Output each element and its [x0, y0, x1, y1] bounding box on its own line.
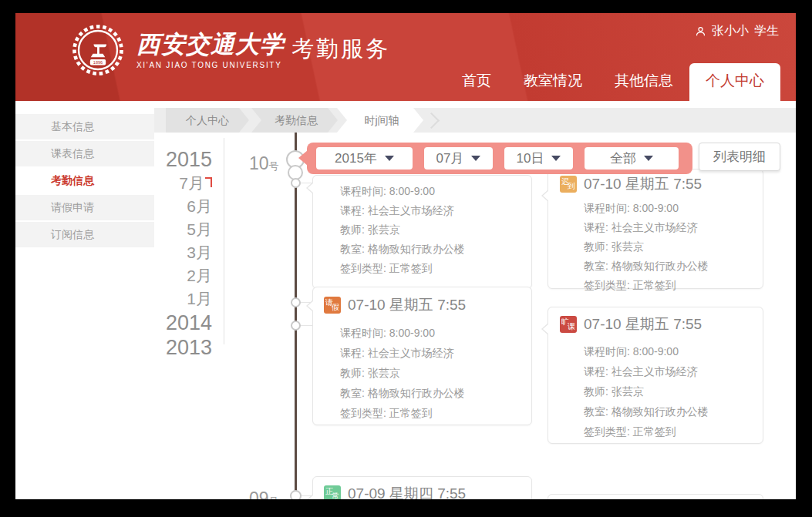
partial-card	[548, 494, 763, 499]
attendance-card: 迟 到 07-10 星期五 7:55 课程时间: 8:00-9:00 课程: 社…	[548, 169, 763, 289]
card-field: 教师: 张芸京	[340, 220, 531, 240]
card-field: 课程: 社会主义市场经济	[584, 361, 763, 381]
sidebar-item-basic-info[interactable]: 基本信息	[15, 114, 154, 139]
card-header: 请 假 07-10 星期五 7:55	[313, 287, 531, 315]
user-info[interactable]: 张小小 学生	[695, 23, 779, 39]
card-fields: 课程时间: 8:00-9:00 课程: 社会主义市场经济 教师: 张芸京 教室:…	[548, 194, 763, 295]
card-field: 签到类型: 正常签到	[340, 259, 531, 278]
card-fields: 课程时间: 8:00-9:00 课程: 社会主义市场经济 教师: 张芸京 教室:…	[313, 315, 531, 423]
card-field: 课程时间: 8:00-9:00	[340, 323, 531, 343]
card-field: 课程: 社会主义市场经济	[340, 201, 531, 220]
card-field: 教室: 格物致知行政办公楼	[340, 383, 531, 403]
month-filter-dropdown[interactable]: 07月	[424, 147, 493, 170]
card-field: 教师: 张芸京	[584, 237, 763, 257]
timeline-dot[interactable]	[291, 297, 301, 307]
card-field: 教室: 格物致知行政办公楼	[584, 401, 763, 421]
breadcrumb: 个人中心 考勤信息 时j间轴	[154, 108, 796, 133]
connector-line	[299, 325, 313, 326]
logo-year-badge: 1896	[93, 60, 103, 65]
card-field: 签到类型: 正常签到	[584, 276, 763, 295]
university-gear-icon: 1896	[69, 22, 126, 79]
month-nav-item-jul[interactable]: 7月	[131, 172, 212, 195]
timeline-dot[interactable]	[290, 490, 302, 499]
month-nav-item-2014[interactable]: 2014	[131, 311, 212, 335]
list-detail-button[interactable]: 列表明细	[699, 143, 780, 171]
attendance-card: 请 假 07-10 星期五 7:55 课程时间: 8:00-9:00 课程: 社…	[312, 287, 532, 425]
current-month-marker	[205, 177, 212, 187]
leave-badge: 请 假	[324, 297, 341, 314]
day-label-10: 10号	[249, 153, 279, 174]
day-filter-dropdown[interactable]: 10日	[504, 147, 573, 170]
card-field: 课程时间: 8:00-9:00	[584, 199, 763, 218]
card-header: 旷 课 07-10 星期五 7:55	[548, 307, 763, 334]
card-fields: 课程时间: 8:00-9:00 课程: 社会主义市场经济 教师: 张芸京 教室:…	[313, 176, 531, 278]
month-nav-item-feb[interactable]: 2月	[131, 264, 212, 287]
card-field: 课程时间: 8:00-9:00	[584, 341, 763, 361]
month-nav-item-mar[interactable]: 3月	[131, 241, 212, 264]
breadcrumb-item-personal-center[interactable]: 个人中心	[166, 108, 249, 133]
nav-item-home[interactable]: 首页	[446, 63, 507, 101]
nav-item-classrooms[interactable]: 教室情况	[507, 63, 598, 101]
user-icon	[695, 25, 706, 37]
app-title: 考勤服务	[291, 34, 390, 65]
main-nav: 首页 教室情况 其他信息 个人中心	[446, 63, 780, 101]
attendance-card: 旷 课 07-10 星期五 7:55 课程时间: 8:00-9:00 课程: 社…	[548, 307, 763, 444]
card-field: 签到类型: 正常签到	[584, 421, 763, 441]
card-field: 教师: 张芸京	[584, 381, 763, 401]
app-window: 1896 西安交通大学 XI'AN JIAO TONG UNIVERSITY 考…	[15, 13, 796, 499]
year-filter-dropdown[interactable]: 2015年	[316, 147, 413, 170]
nav-item-personal-center[interactable]: 个人中心	[689, 63, 780, 101]
chevron-down-icon	[644, 156, 653, 161]
card-header: 正 常 07-09 星期四 7:55	[313, 477, 531, 499]
absent-badge: 旷 课	[560, 316, 577, 333]
chevron-down-icon	[385, 156, 394, 161]
breadcrumb-item-timeline[interactable]: 时j间轴	[337, 108, 423, 133]
late-badge: 迟 到	[560, 176, 577, 193]
card-field: 教室: 格物致知行政办公楼	[584, 257, 763, 276]
month-nav-divider	[224, 138, 224, 344]
type-filter-dropdown[interactable]: 全部	[585, 147, 679, 170]
user-name: 张小小	[712, 23, 749, 39]
filter-bar: 2015年 07月 10日 全部	[307, 143, 692, 174]
card-field: 课程: 社会主义市场经济	[584, 218, 763, 237]
attendance-card: 正 常 07-09 星期四 7:55	[312, 476, 532, 499]
university-name-en: XI'AN JIAO TONG UNIVERSITY	[136, 61, 285, 69]
timeline-dot[interactable]	[291, 321, 301, 331]
card-field: 课程: 社会主义市场经济	[340, 343, 531, 363]
normal-badge: 正 常	[324, 485, 341, 499]
university-name: 西安交通大学	[136, 31, 285, 59]
month-nav-item-may[interactable]: 5月	[131, 218, 212, 241]
attendance-header: 1896 西安交通大学 XI'AN JIAO TONG UNIVERSITY 考…	[15, 13, 796, 101]
card-title: 07-09 星期四 7:55	[348, 484, 466, 499]
card-field: 签到类型: 正常签到	[340, 403, 531, 423]
nav-item-other-info[interactable]: 其他信息	[598, 63, 689, 101]
card-fields: 课程时间: 8:00-9:00 课程: 社会主义市场经济 教师: 张芸京 教室:…	[548, 334, 763, 441]
card-field: 课程时间: 8:00-9:00	[340, 182, 531, 201]
month-nav-item-2015[interactable]: 2015	[131, 147, 212, 172]
breadcrumb-chevron-icon	[423, 112, 440, 129]
timeline-dot[interactable]	[291, 178, 301, 188]
card-title: 07-10 星期五 7:55	[584, 174, 702, 194]
card-title: 07-10 星期五 7:55	[584, 314, 702, 334]
card-title: 07-10 星期五 7:55	[348, 295, 466, 315]
month-nav-item-jan[interactable]: 1月	[131, 287, 212, 311]
university-logo: 1896 西安交通大学 XI'AN JIAO TONG UNIVERSITY	[69, 22, 285, 79]
breadcrumb-item-attendance-info[interactable]: 考勤信息	[251, 108, 338, 133]
month-nav-item-2013[interactable]: 2013	[131, 335, 212, 360]
card-field: 教师: 张芸京	[340, 363, 531, 383]
chevron-down-icon	[471, 156, 480, 161]
month-nav: 2015 7月 6月 5月 3月 2月 1月 2014 2013	[131, 147, 212, 360]
card-field: 教室: 格物致知行政办公楼	[340, 240, 531, 259]
attendance-card: 课程时间: 8:00-9:00 课程: 社会主义市场经济 教师: 张芸京 教室:…	[312, 175, 532, 289]
day-label-09: 09号	[249, 488, 279, 499]
user-role: 学生	[754, 23, 779, 39]
chevron-down-icon	[551, 156, 561, 161]
month-nav-item-jun[interactable]: 6月	[131, 195, 212, 218]
